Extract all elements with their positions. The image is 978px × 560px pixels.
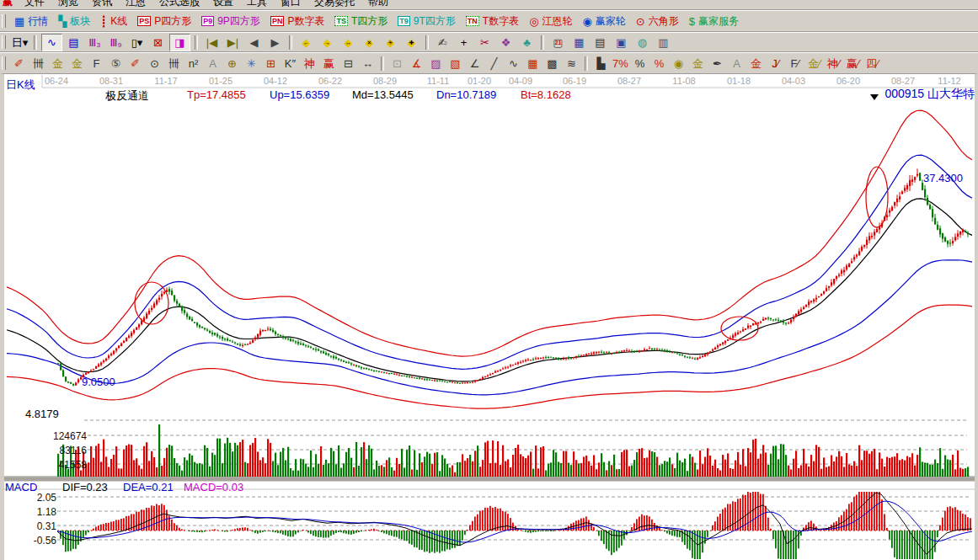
t9-square-button[interactable]: T9 9T四方形: [393, 13, 461, 29]
gann-diamond-cross-icon[interactable]: ◆ ✕: [360, 35, 379, 51]
hexagon-button[interactable]: ⊙ 六角形: [631, 13, 684, 29]
compress3-icon[interactable]: Ⅲ₃: [85, 35, 104, 51]
toolbar-grip[interactable]: [2, 14, 6, 28]
toolbar-grip[interactable]: [2, 56, 6, 70]
pct-tool-icon[interactable]: %: [631, 56, 649, 72]
si-slash-tool-icon[interactable]: 四∕: [863, 56, 881, 72]
p-number-button[interactable]: PN P数字表: [265, 13, 330, 29]
window-tool-icon[interactable]: ❖: [496, 35, 516, 51]
gold-red-tool-icon[interactable]: 金: [747, 56, 765, 72]
k-quote-tool-icon[interactable]: K″: [281, 56, 299, 72]
kline-button[interactable]: ┋ K线: [95, 13, 132, 29]
next-bar-icon[interactable]: ▶: [265, 35, 285, 51]
menu-item[interactable]: 窗口: [274, 0, 307, 9]
mirror-a-tool-icon[interactable]: A: [204, 56, 222, 72]
toolbar-grip[interactable]: [2, 35, 6, 49]
winner-service-button[interactable]: $ 赢家服务: [684, 13, 744, 29]
pattern-tool-icon[interactable]: ♣: [517, 35, 537, 51]
gann-diamond-right-icon[interactable]: ◆ →: [318, 35, 337, 51]
stat-bars-tool-icon[interactable]: ▙: [592, 56, 610, 72]
menu-item[interactable]: 文件: [18, 0, 51, 9]
gann-diamond-expand-icon[interactable]: ◆ ↔: [339, 35, 358, 51]
lines3-tool-icon[interactable]: ≋: [563, 56, 580, 72]
menu-item[interactable]: 江恩: [119, 0, 152, 9]
shen-slash-tool-icon[interactable]: 神∕: [825, 56, 842, 72]
hand-write-icon[interactable]: ✍: [433, 35, 452, 51]
gold-gate2-tool-icon[interactable]: 金: [68, 56, 86, 72]
menu-item[interactable]: 设置: [206, 0, 240, 9]
menu-item[interactable]: 帮助: [361, 0, 395, 9]
p9-square-button[interactable]: P9 9P四方形: [196, 13, 265, 29]
span-arrow-tool-icon[interactable]: ↔: [359, 56, 377, 72]
box-tool-icon[interactable]: ⊡: [388, 56, 406, 72]
fan-box-tool-icon[interactable]: ▧: [446, 56, 464, 72]
t-square-button[interactable]: TS T四方形: [329, 13, 393, 29]
slash-tool-icon[interactable]: ╱: [485, 56, 503, 72]
calculator-icon[interactable]: ▦: [569, 35, 589, 51]
chart-panel[interactable]: [0, 73, 978, 560]
p-square-button[interactable]: PS P四方形: [132, 13, 196, 29]
last-bar-icon[interactable]: ▶|: [223, 35, 243, 51]
ink-pen-tool-icon[interactable]: ✒: [708, 56, 726, 72]
gold-gate-tool-icon[interactable]: 金: [49, 56, 67, 72]
ying-tool-icon[interactable]: 赢: [320, 56, 338, 72]
first-bar-icon[interactable]: |◀: [202, 35, 222, 51]
wave-box-tool-icon[interactable]: ∿: [505, 56, 522, 72]
notes-icon[interactable]: ▤: [591, 35, 610, 51]
gann-diamond-plus-icon[interactable]: ◆ ✚: [402, 35, 421, 51]
gold-circle-tool-icon[interactable]: ◉: [670, 56, 687, 72]
gate-count-tool-icon[interactable]: 卌: [29, 56, 47, 72]
angle-lines-tool-icon[interactable]: ∠: [466, 56, 484, 72]
quotes-button[interactable]: ▦ 行情: [9, 13, 53, 29]
grid-box-tool-icon[interactable]: ⊞: [262, 56, 280, 72]
knife-tool-icon[interactable]: ✐: [10, 56, 28, 72]
candle-style-icon[interactable]: ▯▾: [127, 35, 147, 51]
gate3-tool-icon[interactable]: 卌: [165, 56, 183, 72]
print-icon[interactable]: ▥: [654, 35, 673, 51]
star-grid-tool-icon[interactable]: ✳: [243, 56, 260, 72]
gann-diamond-left-icon[interactable]: ◆ ←: [297, 35, 316, 51]
knife2-tool-icon[interactable]: ✐: [126, 56, 144, 72]
compass-tool-icon[interactable]: ⊕: [223, 56, 241, 72]
fan-lines-tool-icon[interactable]: ∡: [408, 56, 425, 72]
f-gate-tool-icon[interactable]: F: [88, 56, 105, 72]
export-icon[interactable]: ◍: [633, 35, 652, 51]
a-wave-tool-icon[interactable]: A: [728, 56, 746, 72]
gold-slash-tool-icon[interactable]: 金∕: [805, 56, 823, 72]
menu-item[interactable]: 交易委托: [307, 0, 361, 9]
crosshair-icon[interactable]: +: [454, 35, 473, 51]
menu-item[interactable]: 资讯: [85, 0, 119, 9]
gold-line-tool-icon[interactable]: 金: [689, 56, 707, 72]
measure-icon[interactable]: ✂: [475, 35, 494, 51]
gann-box-icon[interactable]: ⊠: [148, 35, 168, 51]
fan-grid-tool-icon[interactable]: ▨: [427, 56, 445, 72]
winner-wheel-button[interactable]: ◉ 赢家轮: [577, 13, 630, 29]
red-pct-tool-icon[interactable]: %: [650, 56, 668, 72]
period-day-button[interactable]: 日▾: [10, 35, 29, 51]
f-line-tool-icon[interactable]: F∕: [786, 56, 804, 72]
menu-item[interactable]: 浏览: [51, 0, 85, 9]
gann-diamond-star-icon[interactable]: ◆ ✳: [381, 35, 400, 51]
ying-slash-tool-icon[interactable]: 赢∕: [844, 56, 862, 72]
compress9-icon[interactable]: Ⅲ₉: [106, 35, 126, 51]
gann-wheel-button[interactable]: ◎ 江恩轮: [524, 13, 577, 29]
sectors-button[interactable]: ▚ 板块: [53, 13, 95, 29]
t-number-button[interactable]: TN T数字表: [461, 13, 524, 29]
menu-item[interactable]: 公式选股: [152, 0, 206, 9]
grid3-tool-icon[interactable]: ▩: [543, 56, 561, 72]
clock-circle-tool-icon[interactable]: ⊙: [146, 56, 163, 72]
shen-tool-icon[interactable]: 神: [301, 56, 318, 72]
seven-pct-tool-icon[interactable]: 7%: [612, 56, 629, 72]
save-icon[interactable]: ▣: [612, 35, 631, 51]
five-tool-icon[interactable]: ⑤: [107, 56, 125, 72]
n2-tool-icon[interactable]: n²: [184, 56, 202, 72]
ruler123-tool-icon[interactable]: ⊟: [339, 56, 357, 72]
j-line-tool-icon[interactable]: J∕: [767, 56, 784, 72]
prev-bar-icon[interactable]: ◀: [244, 35, 264, 51]
trend-chart-icon[interactable]: ∿: [41, 34, 62, 51]
menu-item[interactable]: 工具: [240, 0, 274, 9]
grid2-tool-icon[interactable]: ▦: [524, 56, 542, 72]
calendar-icon[interactable]: ▢ 21: [548, 35, 568, 51]
f10-info-icon[interactable]: ▤: [64, 35, 83, 51]
color-histogram-icon[interactable]: ◨: [169, 34, 190, 51]
